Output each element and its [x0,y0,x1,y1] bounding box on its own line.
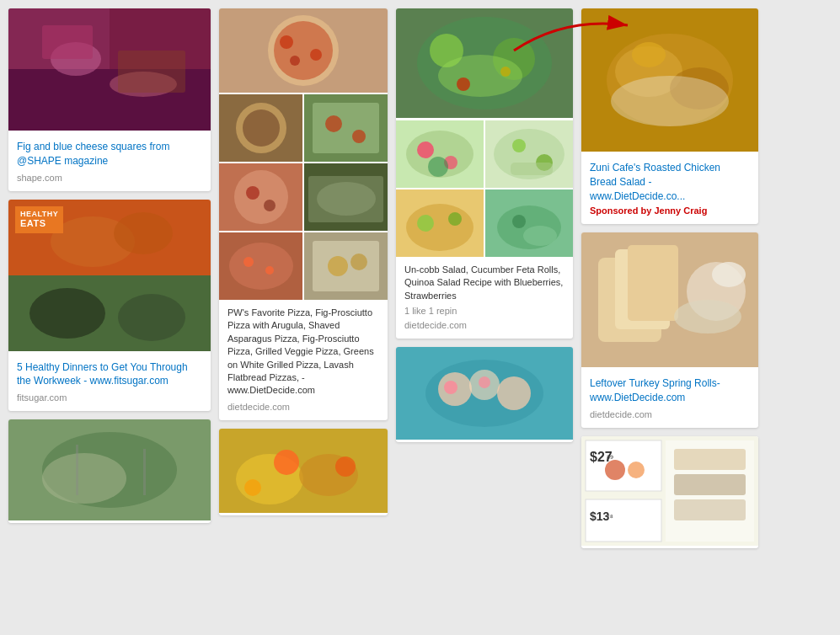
turkey-rolls-image [581,232,758,367]
svg-point-74 [417,215,434,232]
svg-point-92 [632,42,666,67]
svg-point-86 [479,376,490,388]
mcdonalds-card[interactable]: $27 ⁸⁹ $13 ⁷⁸ [581,436,758,548]
svg-point-48 [350,253,367,270]
svg-point-14 [118,294,185,341]
svg-point-60 [457,77,470,91]
column-4: Zuni Cafe's Roasted Chicken Bread Salad … [581,8,758,548]
svg-point-29 [243,109,280,147]
svg-point-32 [325,115,342,132]
svg-rect-107 [674,499,746,520]
fig-cheese-title[interactable]: Fig and blue cheese squares from @SHAPE … [17,141,169,167]
turkey-rolls-source: dietdecide.com [590,409,750,419]
salad-img-2 [396,120,484,188]
svg-point-84 [497,376,531,410]
pizza-img-1 [219,8,388,93]
pizza-mosaic-images [219,8,388,300]
svg-point-40 [317,182,376,216]
svg-point-35 [234,170,288,224]
col1-bottom-card[interactable] [8,419,211,523]
svg-point-98 [674,300,741,334]
col2-bottom-image [219,429,388,513]
roasted-chicken-card[interactable]: Zuni Cafe's Roasted Chicken Bread Salad … [581,8,758,224]
turkey-rolls-body: Leftover Turkey Spring Rolls- www.DietDe… [581,370,758,428]
svg-point-43 [243,257,254,267]
healthy-eats-card[interactable]: HEALTHYEATS 5 Healthy Dinners to Get You… [8,200,211,412]
salad-top-image [396,8,573,118]
svg-point-85 [444,381,457,394]
svg-rect-7 [42,25,93,59]
pizza-mosaic-card[interactable]: PW's Favorite Pizza, Fig-Prosciutto Pizz… [219,8,388,420]
svg-point-17 [42,453,126,504]
fig-cheese-image [8,8,211,131]
svg-point-69 [512,139,526,152]
healthy-eats-source: fitsugar.com [17,392,202,403]
svg-rect-71 [511,163,553,175]
svg-rect-31 [313,103,379,153]
svg-rect-26 [219,8,388,93]
svg-point-12 [114,212,173,254]
roasted-chicken-body: Zuni Cafe's Roasted Chicken Bread Salad … [581,154,758,224]
svg-point-47 [328,256,348,276]
salad-sub-grid [396,120,573,257]
svg-rect-105 [674,449,746,470]
healthy-eats-body: 5 Healthy Dinners to Get You Through the… [8,354,211,412]
column-1: Fig and blue cheese squares from @SHAPE … [8,8,211,523]
svg-rect-8 [118,51,185,93]
salad-mosaic-card[interactable]: Un-cobb Salad, Cucumber Feta Rolls, Quin… [396,8,573,339]
salad-img-4 [396,189,484,257]
page: Fig and blue cheese squares from @SHAPE … [0,0,840,635]
roasted-chicken-sponsored: Sponsored by Jenny Craig [590,205,750,216]
roasted-chicken-title[interactable]: Zuni Cafe's Roasted Chicken Bread Salad … [590,162,720,202]
healthy-eats-title[interactable]: 5 Healthy Dinners to Get You Through the… [17,361,188,387]
turkey-rolls-title[interactable]: Leftover Turkey Spring Rolls- www.DietDe… [590,377,720,403]
svg-point-79 [523,226,557,246]
fig-cheese-body: Fig and blue cheese squares from @SHAPE … [8,133,211,191]
mcdonalds-image: $27 ⁸⁹ $13 ⁷⁸ [581,436,758,546]
col1-bottom-image [8,419,211,520]
salad-mosaic-title: Un-cobb Salad, Cucumber Feta Rolls, Quin… [404,264,563,301]
pizza-img-6 [219,232,302,300]
col2-bottom-card[interactable] [219,429,388,515]
turkey-rolls-card[interactable]: Leftover Turkey Spring Rolls- www.DietDe… [581,232,758,428]
fig-cheese-source: shape.com [17,173,202,183]
roasted-chicken-image [581,8,758,152]
svg-point-78 [512,215,526,228]
svg-point-61 [500,67,511,77]
salad-img-5 [485,189,573,257]
pizza-img-3 [304,94,388,162]
pizza-mosaic-source: dietdecide.com [227,402,379,412]
svg-text:⁷⁸: ⁷⁸ [607,514,613,522]
svg-rect-18 [76,445,78,495]
salad-mosaic-likes: 1 like 1 repin [404,306,564,316]
svg-point-66 [428,157,448,177]
column-3: Un-cobb Salad, Cucumber Feta Rolls, Quin… [396,8,573,442]
svg-point-36 [246,186,259,200]
main-grid: Fig and blue cheese squares from @SHAPE … [8,8,832,548]
svg-point-37 [264,200,276,211]
svg-point-111 [605,460,625,480]
svg-point-33 [352,130,366,143]
fig-cheese-card[interactable]: Fig and blue cheese squares from @SHAPE … [8,8,211,191]
pizza-mosaic-title: PW's Favorite Pizza, Fig-Prosciutto Pizz… [227,307,374,395]
shrimp-rolls-card[interactable] [396,347,573,442]
shrimp-rolls-image [396,347,573,440]
pizza-img-2 [219,94,302,162]
svg-point-73 [406,204,474,251]
svg-point-13 [29,288,105,339]
pizza-img-5 [304,163,388,231]
healthy-eats-badge: HEALTHYEATS [15,206,63,233]
svg-point-64 [417,141,434,158]
svg-point-75 [448,212,462,226]
pizza-img-7 [304,232,388,300]
salad-mosaic-body: Un-cobb Salad, Cucumber Feta Rolls, Quin… [396,257,573,339]
svg-point-44 [265,266,274,275]
svg-point-53 [335,456,356,477]
column-2: PW's Favorite Pizza, Fig-Prosciutto Pizz… [219,8,388,515]
svg-point-59 [438,55,522,97]
svg-rect-19 [143,449,146,495]
pizza-img-4 [219,163,302,231]
svg-point-91 [611,76,729,126]
pizza-mosaic-body: PW's Favorite Pizza, Fig-Prosciutto Pizz… [219,300,388,420]
salad-mosaic-source: dietdecide.com [404,320,564,330]
